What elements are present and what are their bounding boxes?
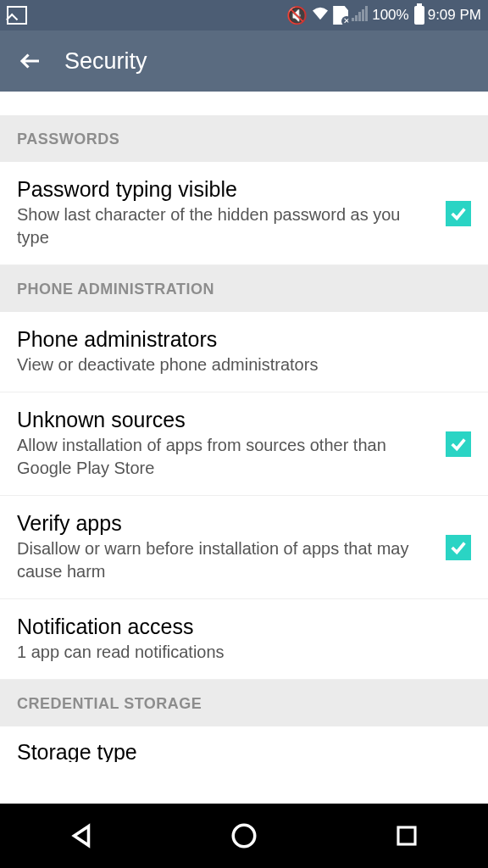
signal-icon [352, 6, 369, 25]
app-bar: Security [0, 31, 488, 92]
setting-desc: Show last character of the hidden passwo… [17, 203, 432, 249]
checkbox-verify-apps[interactable] [446, 535, 471, 560]
setting-desc: Disallow or warn before installation of … [17, 537, 432, 583]
mute-icon: 🔇 [286, 5, 308, 25]
status-bar: 🔇 100% 9:09 PM [0, 0, 488, 31]
back-button[interactable] [17, 47, 44, 75]
setting-unknown-sources[interactable]: Unknown sources Allow installation of ap… [0, 392, 488, 496]
svg-rect-2 [358, 12, 361, 21]
page-title: Security [64, 48, 147, 75]
svg-rect-1 [355, 15, 358, 21]
setting-desc: View or deactivate phone administrators [17, 353, 458, 376]
clock: 9:09 PM [428, 7, 481, 24]
setting-title: Verify apps [17, 511, 432, 536]
svg-point-5 [233, 825, 255, 847]
nav-back-button[interactable] [47, 815, 115, 857]
setting-title: Password typing visible [17, 177, 432, 202]
settings-list: PASSWORDS Password typing visible Show l… [0, 92, 488, 804]
battery-percent: 100% [372, 7, 408, 24]
setting-verify-apps[interactable]: Verify apps Disallow or warn before inst… [0, 496, 488, 599]
setting-storage-type[interactable]: Storage type [0, 726, 488, 762]
setting-title: Storage type [17, 740, 458, 763]
nav-home-button[interactable] [210, 815, 278, 857]
svg-rect-4 [365, 6, 368, 21]
nav-bar [0, 804, 488, 868]
svg-rect-0 [352, 18, 354, 21]
setting-title: Unknown sources [17, 408, 432, 432]
setting-title: Phone administrators [17, 327, 458, 352]
wifi-icon [311, 6, 330, 25]
setting-desc: Allow installation of apps from sources … [17, 434, 432, 480]
setting-phone-administrators[interactable]: Phone administrators View or deactivate … [0, 312, 488, 392]
sd-card-icon [333, 6, 348, 25]
image-indicator-icon [7, 6, 27, 25]
section-header-credential-storage: CREDENTIAL STORAGE [0, 680, 488, 726]
section-header-passwords: PASSWORDS [0, 115, 488, 162]
nav-recent-button[interactable] [373, 815, 441, 857]
setting-title: Notification access [17, 615, 458, 639]
checkbox-password-visible[interactable] [446, 201, 471, 226]
checkbox-unknown-sources[interactable] [446, 431, 471, 457]
section-header-phone-administration: PHONE ADMINISTRATION [0, 265, 488, 312]
setting-password-visible[interactable]: Password typing visible Show last charac… [0, 162, 488, 265]
svg-rect-3 [362, 9, 364, 21]
setting-notification-access[interactable]: Notification access 1 app can read notif… [0, 599, 488, 680]
setting-desc: 1 app can read notifications [17, 641, 458, 664]
battery-icon [414, 6, 424, 25]
svg-rect-6 [398, 827, 415, 844]
